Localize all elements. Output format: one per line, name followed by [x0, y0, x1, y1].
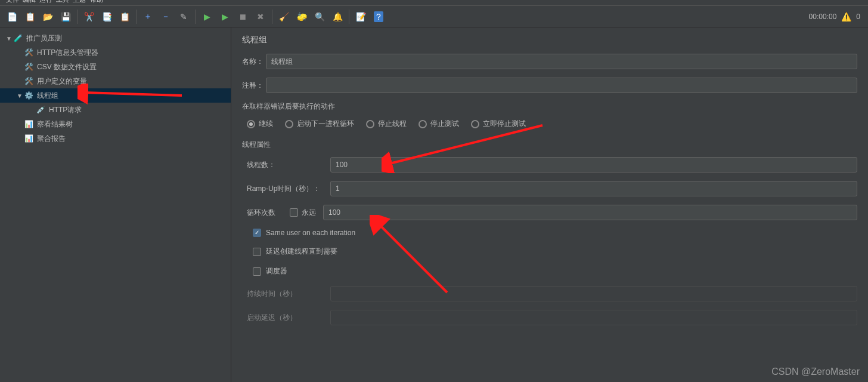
scheduler-checkbox[interactable]: 调度器	[253, 266, 857, 276]
clear-icon[interactable]: 🧹	[276, 9, 292, 24]
radio-icon	[418, 120, 427, 128]
paste-icon[interactable]: 📋	[117, 9, 132, 24]
run-notimers-icon[interactable]: ▶	[217, 9, 232, 24]
shutdown-icon[interactable]: ✖	[253, 9, 268, 24]
forever-checkbox-wrap[interactable]: 永远	[290, 208, 316, 218]
tree-item-label: CSV 数据文件设置	[37, 62, 97, 72]
reset-search-icon[interactable]: 🔔	[330, 9, 345, 24]
checkbox-icon	[253, 267, 261, 276]
error-action-radios: 继续 启动下一进程循环 停止线程 停止测试 立即停止测试	[247, 119, 857, 129]
tree-panel[interactable]: ▼ 🧪 推广员压测 🛠️ HTTP信息头管理器 🛠️ CSV 数据文件设置 🛠️…	[0, 27, 231, 382]
testplan-icon: 🧪	[13, 33, 23, 43]
radio-stop-test[interactable]: 停止测试	[418, 119, 459, 129]
same-user-label: Same user on each iteration	[266, 229, 355, 237]
tree-item-http-request[interactable]: 💉 HTTP请求	[0, 103, 231, 117]
report-icon: 📊	[24, 134, 33, 143]
delay-create-checkbox[interactable]: 延迟创建线程直到需要	[253, 247, 857, 257]
radio-stop-test-now[interactable]: 立即停止测试	[471, 119, 526, 129]
duration-input	[330, 286, 857, 301]
cut-icon[interactable]: ✂️	[81, 9, 97, 24]
toolbar-separator	[272, 10, 272, 24]
new-icon[interactable]: 📄	[4, 9, 20, 24]
tree-item-csv-data[interactable]: 🛠️ CSV 数据文件设置	[0, 60, 231, 74]
name-input[interactable]	[266, 54, 857, 69]
scheduler-label: 调度器	[266, 266, 287, 276]
tree-item-label: HTTP请求	[49, 105, 82, 115]
tree-item-user-variables[interactable]: 🛠️ 用户定义的变量	[0, 74, 231, 88]
name-label: 名称：	[242, 57, 266, 67]
checkbox-icon	[290, 208, 298, 217]
function-helper-icon[interactable]: 📝	[353, 9, 368, 24]
checkbox-icon	[253, 248, 261, 256]
warning-icon[interactable]: ⚠️	[841, 12, 851, 21]
chevron-down-icon[interactable]: ▼	[17, 93, 24, 99]
tree-root[interactable]: ▼ 🧪 推广员压测	[0, 31, 231, 45]
content-panel: 线程组 名称： 注释： 在取样器错误后要执行的动作 继续 启动下一进程循环 停止…	[231, 27, 868, 382]
report-icon: 📊	[24, 119, 33, 129]
tree-item-thread-group[interactable]: ▼ ⚙️ 线程组	[0, 88, 231, 103]
tree-root-label: 推广员压测	[26, 33, 62, 44]
loop-label: 循环次数	[247, 208, 290, 218]
radio-stop-thread[interactable]: 停止线程	[366, 119, 407, 129]
splitter-handle[interactable]	[231, 248, 232, 272]
menu-bar-fragment[interactable]: 文件 编辑 运行 工具 主题 帮助	[6, 0, 103, 4]
tree-item-aggregate-report[interactable]: 📊 聚合报告	[0, 131, 231, 146]
tree-item-view-results[interactable]: 📊 察看结果树	[0, 117, 231, 131]
startup-delay-input	[330, 310, 857, 325]
tree-item-label: HTTP信息头管理器	[37, 48, 98, 58]
comment-input[interactable]	[266, 78, 857, 93]
help-icon[interactable]: ?	[371, 9, 386, 24]
loop-input[interactable]	[323, 205, 857, 220]
radio-icon	[285, 120, 293, 128]
run-icon[interactable]: ▶	[199, 9, 215, 24]
clear-all-icon[interactable]: 🧽	[294, 9, 309, 24]
radio-icon	[366, 120, 374, 128]
thread-props-title: 线程属性	[242, 140, 857, 150]
elapsed-time: 00:00:00	[809, 13, 837, 21]
open-icon[interactable]: 📂	[40, 9, 55, 24]
collapse-icon[interactable]: －	[158, 9, 173, 24]
ramp-label: Ramp-Up时间（秒）：	[247, 184, 330, 194]
checkbox-icon	[253, 229, 261, 237]
expand-icon[interactable]: ＋	[140, 9, 156, 24]
menu-bar: 文件 编辑 运行 工具 主题 帮助	[0, 0, 868, 6]
comment-label: 注释：	[242, 81, 266, 91]
tree-item-label: 察看结果树	[37, 119, 73, 130]
same-user-checkbox[interactable]: Same user on each iteration	[253, 229, 857, 237]
save-icon[interactable]: 💾	[58, 9, 73, 24]
toolbar-separator	[77, 10, 78, 24]
tree-item-label: 用户定义的变量	[37, 76, 87, 87]
chevron-down-icon[interactable]: ▼	[6, 35, 13, 42]
radio-icon	[247, 120, 255, 128]
delay-create-label: 延迟创建线程直到需要	[266, 247, 337, 257]
stop-icon[interactable]: ⏹	[235, 9, 250, 24]
radio-icon	[471, 120, 479, 128]
tree-item-label: 线程组	[37, 91, 58, 101]
threads-input[interactable]	[330, 157, 857, 172]
radio-start-next-loop[interactable]: 启动下一进程循环	[285, 119, 354, 129]
ramp-input[interactable]	[330, 181, 857, 196]
copy-icon[interactable]: 📑	[99, 9, 114, 24]
toolbar: 📄 📋 📂 💾 ✂️ 📑 📋 ＋ － ✎ ▶ ▶ ⏹ ✖ 🧹 🧽 🔍 🔔 📝 ?…	[0, 6, 868, 27]
warning-count: 0	[856, 13, 860, 21]
duration-label: 持续时间（秒）	[247, 289, 330, 299]
toolbar-separator	[349, 10, 349, 24]
search-icon[interactable]: 🔍	[312, 9, 327, 24]
toolbar-separator	[195, 10, 196, 24]
error-action-title: 在取样器错误后要执行的动作	[242, 101, 857, 112]
wrench-icon: 🛠️	[24, 76, 33, 86]
wrench-icon: 🛠️	[24, 62, 33, 72]
pipette-icon: 💉	[36, 105, 45, 115]
threads-label: 线程数：	[247, 160, 330, 170]
panel-title: 线程组	[242, 35, 857, 45]
toggle-icon[interactable]: ✎	[176, 9, 191, 24]
templates-icon[interactable]: 📋	[22, 9, 38, 24]
forever-label: 永远	[302, 208, 316, 218]
tree-item-label: 聚合报告	[37, 134, 66, 144]
watermark: CSDN @ZeroMaster	[771, 366, 860, 377]
startup-delay-label: 启动延迟（秒）	[247, 313, 330, 323]
toolbar-separator	[136, 10, 137, 24]
tree-item-http-header-manager[interactable]: 🛠️ HTTP信息头管理器	[0, 45, 231, 60]
radio-continue[interactable]: 继续	[247, 119, 273, 129]
wrench-icon: 🛠️	[24, 48, 33, 57]
